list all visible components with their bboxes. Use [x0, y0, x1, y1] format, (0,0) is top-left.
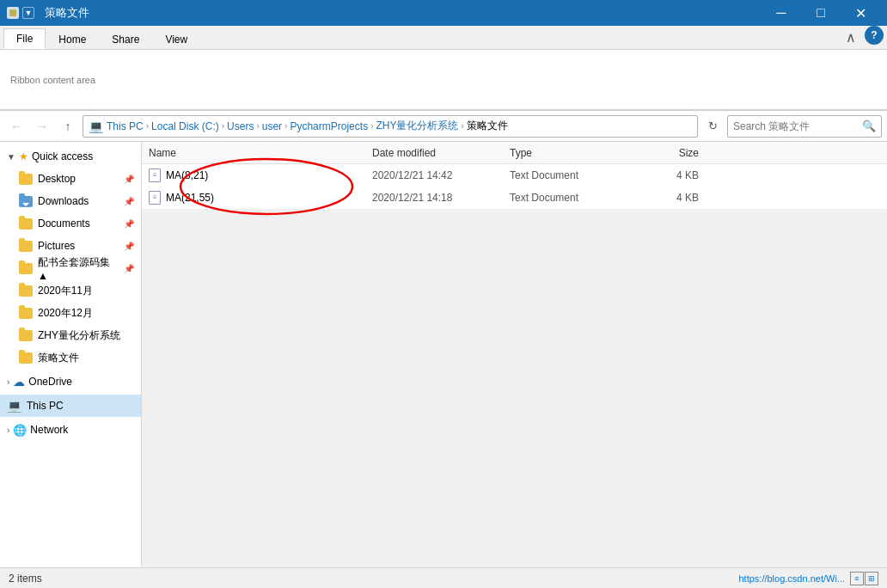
- pin-icon: 📌: [124, 264, 134, 273]
- grid-view-icon[interactable]: ⊞: [865, 572, 878, 585]
- ribbon-content: Ribbon content area: [0, 50, 887, 110]
- sidebar-onedrive-label: OneDrive: [28, 376, 72, 388]
- help-button[interactable]: ?: [865, 26, 884, 45]
- table-row[interactable]: MA(21,55) 2020/12/21 14:18 Text Document…: [142, 187, 887, 209]
- breadcrumb-zhy[interactable]: ZHY量化分析系统: [376, 119, 458, 133]
- quickaccess-label: Quick access: [32, 150, 93, 162]
- breadcrumb-users[interactable]: Users: [227, 120, 254, 132]
- computer-icon: 💻: [7, 399, 21, 413]
- minimize-button[interactable]: ─: [762, 0, 801, 26]
- sidebar-item-2020dec[interactable]: 2020年12月: [0, 302, 141, 324]
- title-bar-controls: ─ □ ✕: [762, 0, 880, 26]
- sidebar-item-label: Downloads: [38, 195, 89, 207]
- ribbon: File Home Share View ∧ ? Ribbon content …: [0, 26, 887, 111]
- text-file-icon: [149, 191, 161, 205]
- file-name: MA(21,55): [166, 192, 214, 204]
- file-size: 4 KB: [630, 169, 699, 181]
- column-name[interactable]: Name: [149, 147, 372, 159]
- sidebar-section-network: › 🌐 Network: [0, 419, 141, 441]
- network-chevron: ›: [7, 426, 9, 435]
- breadcrumb-current: 策略文件: [467, 119, 508, 133]
- sidebar-item-peichu[interactable]: 配书全套源码集▲ 📌: [0, 257, 141, 279]
- back-button[interactable]: ←: [5, 115, 28, 138]
- sidebar-item-label: ZHY量化分析系统: [38, 328, 120, 343]
- view-icons: ≡ ⊞: [850, 572, 878, 585]
- pin-icon: 📌: [124, 175, 134, 184]
- onedrive-chevron: ›: [7, 377, 9, 387]
- tab-view[interactable]: View: [152, 29, 200, 49]
- sidebar-item-label: Desktop: [38, 173, 76, 185]
- main-area: ▼ ★ Quick access Desktop 📌 Downloads 📌 D…: [0, 142, 887, 567]
- file-name-cell: MA(8,21): [149, 168, 372, 182]
- column-size[interactable]: Size: [630, 147, 699, 159]
- column-type[interactable]: Type: [510, 147, 630, 159]
- folder-icon: [19, 330, 33, 341]
- sidebar-network-header[interactable]: › 🌐 Network: [0, 419, 141, 441]
- details-view-icon[interactable]: ≡: [850, 572, 864, 585]
- sidebar-item-documents[interactable]: Documents 📌: [0, 212, 141, 235]
- file-list-header: Name Date modified Type Size: [142, 142, 887, 164]
- close-button[interactable]: ✕: [841, 0, 880, 26]
- maximize-button[interactable]: □: [801, 0, 841, 26]
- breadcrumb-user[interactable]: user: [262, 120, 282, 132]
- downloads-folder-icon: [19, 196, 33, 207]
- search-input[interactable]: [733, 120, 862, 132]
- breadcrumb[interactable]: 💻 This PC › Local Disk (C:) › Users › us…: [83, 115, 698, 138]
- ribbon-collapse-btn[interactable]: ∧: [841, 26, 861, 49]
- up-button[interactable]: ↑: [57, 115, 79, 138]
- sidebar-section-thispc: 💻 This PC: [0, 395, 141, 417]
- forward-button[interactable]: →: [31, 115, 53, 138]
- pin-icon: 📌: [124, 219, 134, 229]
- file-type: Text Document: [510, 169, 630, 181]
- sidebar-item-downloads[interactable]: Downloads 📌: [0, 190, 141, 212]
- sidebar-quickaccess-header[interactable]: ▼ ★ Quick access: [0, 145, 141, 168]
- address-bar: ← → ↑ 💻 This PC › Local Disk (C:) › User…: [0, 111, 887, 142]
- sidebar-item-label: 配书全套源码集▲: [38, 255, 119, 282]
- folder-icon: [19, 241, 33, 252]
- network-icon: 🌐: [13, 424, 27, 437]
- breadcrumb-thispc[interactable]: This PC: [107, 120, 144, 132]
- tab-home[interactable]: Home: [46, 29, 99, 49]
- search-box[interactable]: 🔍: [727, 115, 882, 138]
- folder-icon: [19, 308, 33, 319]
- folder-icon: [19, 218, 33, 230]
- breadcrumb-projects[interactable]: PycharmProjects: [290, 120, 368, 132]
- title-bar-title: 策略文件: [45, 5, 89, 21]
- file-date: 2020/12/21 14:42: [372, 169, 510, 181]
- folder-icon: [19, 352, 33, 364]
- sidebar-item-celue[interactable]: 策略文件: [0, 346, 141, 369]
- sidebar-item-zhy[interactable]: ZHY量化分析系统: [0, 324, 141, 346]
- sidebar-onedrive-header[interactable]: › ☁ OneDrive: [0, 371, 141, 393]
- pin-icon: 📌: [124, 242, 134, 251]
- table-row[interactable]: MA(8,21) 2020/12/21 14:42 Text Document …: [142, 164, 887, 187]
- sidebar-item-label: Pictures: [38, 240, 75, 252]
- sidebar-item-desktop[interactable]: Desktop 📌: [0, 168, 141, 190]
- file-content-area: Name Date modified Type Size MA(8,21) 20…: [142, 142, 887, 567]
- breadcrumb-localc[interactable]: Local Disk (C:): [151, 120, 219, 132]
- file-name-cell: MA(21,55): [149, 191, 372, 205]
- sidebar-item-2020nov[interactable]: 2020年11月: [0, 279, 141, 302]
- file-type: Text Document: [510, 192, 630, 204]
- star-icon: ★: [19, 150, 28, 162]
- column-date[interactable]: Date modified: [372, 147, 510, 159]
- quickaccess-chevron: ▼: [7, 152, 15, 162]
- sidebar-item-label: 2020年12月: [38, 306, 93, 321]
- refresh-button[interactable]: ↻: [701, 115, 724, 138]
- sidebar-item-pictures[interactable]: Pictures 📌: [0, 235, 141, 257]
- ribbon-tabs: File Home Share View ∧ ?: [0, 26, 887, 50]
- title-bar-left: ▼ 策略文件: [7, 5, 89, 21]
- watermark-text: https://blog.csdn.net/Wi...: [738, 573, 845, 584]
- search-icon: 🔍: [862, 119, 876, 132]
- sidebar-thispc-label: This PC: [27, 400, 64, 412]
- folder-icon: [19, 285, 33, 297]
- sidebar-section-onedrive: › ☁ OneDrive: [0, 371, 141, 393]
- tab-share[interactable]: Share: [99, 29, 152, 49]
- sidebar-item-thispc[interactable]: 💻 This PC: [0, 395, 141, 417]
- file-size: 4 KB: [630, 192, 699, 204]
- tab-file[interactable]: File: [3, 28, 46, 49]
- text-file-icon: [149, 168, 161, 182]
- status-bar: 2 items https://blog.csdn.net/Wi... ≡ ⊞: [0, 567, 887, 588]
- pin-icon: 📌: [124, 197, 134, 206]
- breadcrumb-pc-icon: 💻: [89, 119, 103, 133]
- file-date: 2020/12/21 14:18: [372, 192, 510, 204]
